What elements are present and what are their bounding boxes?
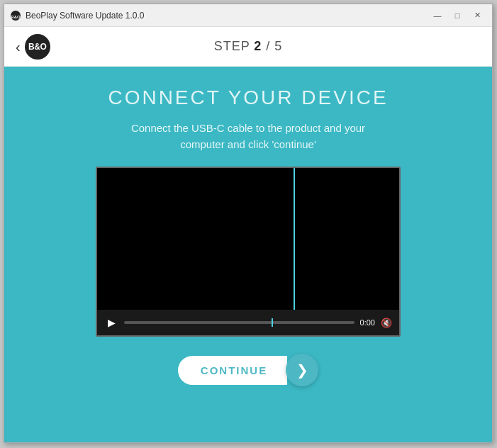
window-controls: — □ ✕: [428, 9, 486, 23]
back-button[interactable]: ‹ B&O: [16, 34, 50, 60]
video-controls: ▶ 0:00 🔇: [97, 310, 399, 335]
step-label: STEP: [214, 39, 255, 53]
back-arrow-icon: ‹: [16, 40, 21, 54]
maximize-button[interactable]: □: [448, 9, 467, 23]
close-button[interactable]: ✕: [468, 9, 486, 23]
titlebar: B&O BeoPlay Software Update 1.0.0 — □ ✕: [4, 4, 492, 27]
step-separator: /: [262, 39, 274, 53]
continue-arrow-icon: ❯: [286, 354, 318, 386]
video-player: ▶ 0:00 🔇: [96, 167, 401, 337]
main-content: CONNECT YOUR DEVICE Connect the USB-C ca…: [4, 67, 492, 442]
header: ‹ B&O STEP 2 / 5: [4, 27, 492, 67]
video-playhead: [294, 168, 295, 310]
continue-button-wrapper: CONTINUE ❯: [178, 354, 318, 386]
time-display: 0:00: [360, 318, 375, 327]
app-window: B&O BeoPlay Software Update 1.0.0 — □ ✕ …: [4, 4, 493, 443]
progress-bar[interactable]: [124, 321, 354, 324]
svg-text:B&O: B&O: [11, 14, 21, 18]
video-screen[interactable]: [97, 168, 399, 310]
continue-button[interactable]: CONTINUE ❯: [178, 354, 318, 386]
titlebar-left: B&O BeoPlay Software Update 1.0.0: [10, 10, 144, 21]
connect-title: CONNECT YOUR DEVICE: [108, 86, 388, 109]
minimize-button[interactable]: —: [428, 9, 447, 23]
app-icon: B&O: [10, 10, 21, 21]
connect-description: Connect the USB-C cable to the product a…: [131, 121, 365, 152]
step-indicator: STEP 2 / 5: [214, 39, 283, 54]
logo: B&O: [25, 34, 50, 60]
continue-button-label: CONTINUE: [178, 356, 287, 385]
step-current: 2: [254, 39, 262, 53]
progress-divider: [272, 318, 273, 327]
volume-icon[interactable]: 🔇: [381, 318, 392, 328]
play-button[interactable]: ▶: [104, 317, 118, 328]
step-total: 5: [274, 39, 282, 53]
window-title: BeoPlay Software Update 1.0.0: [26, 11, 144, 21]
